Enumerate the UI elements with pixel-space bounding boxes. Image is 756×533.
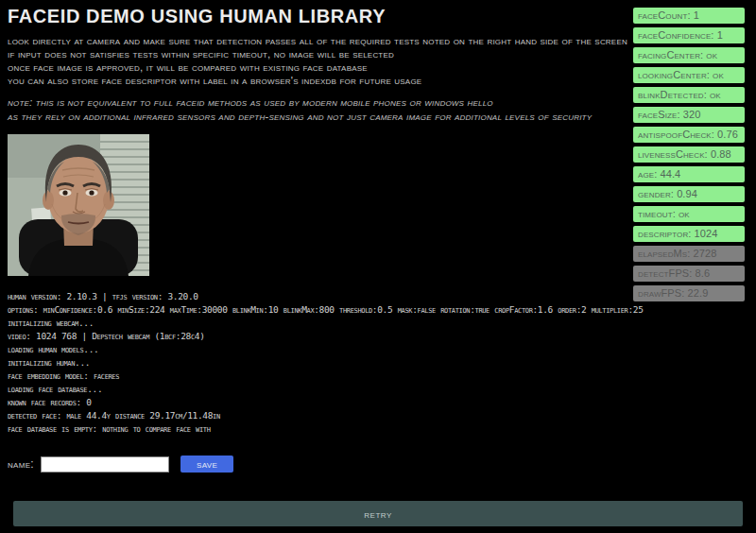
log-line: face embedding model: faceres [8,370,620,383]
page-title: FACEID DEMO USING HUMAN LIBRARY [8,6,620,27]
face-snapshot [8,134,149,276]
status-badge: faceSize: 320 [633,107,745,123]
main-column: FACEID DEMO USING HUMAN LIBRARY look dir… [8,4,620,473]
status-badge: livenessCheck: 0.88 [633,146,745,163]
log-line: initializing human... [8,356,620,370]
status-badge: elapsedMs: 2728 [633,246,745,262]
note-line: as they rely on additional infrared sens… [8,110,620,124]
log-line: loading face database... [8,383,620,396]
log-line: initializing webcam... [8,317,620,330]
log-line: options: minConfidence:0.6 minSize:224 m… [8,303,620,317]
instruction-line: look directly at camera and make sure th… [8,34,620,47]
status-badge: detectFPS: 8.6 [633,266,745,282]
status-badge: lookingCenter: ok [633,67,745,83]
status-panel: faceCount: 1faceConfidence: 1facingCente… [633,8,745,301]
note-line: note: this is not equivalent to full fac… [8,95,620,110]
status-badge: descriptor: 1024 [633,226,745,242]
status-badge: antispoofCheck: 0.76 [633,127,745,143]
status-badge: blinkDetected: ok [633,87,745,103]
name-form: name: save [8,456,620,473]
log-line: loading human models... [8,343,620,356]
status-badge: age: 44.4 [633,166,745,182]
instruction-line: you can also store face descriptor with … [8,74,620,87]
retry-button[interactable]: retry [13,501,743,526]
log-line: human version: 2.10.3 | tfjs version: 3.… [8,290,620,303]
instruction-line: if input does not satisfies tests within… [8,47,620,60]
name-label: name: [8,457,34,471]
log-line: detected face: male 44.4y distance 29.17… [8,409,620,422]
instruction-line: once face image is approved, it will be … [8,60,620,74]
status-log: human version: 2.10.3 | tfjs version: 3.… [8,290,620,436]
log-line: known face records: 0 [8,396,620,409]
log-line: video: 1024 768 | Depstech webcam (1bcf:… [8,330,620,343]
status-badge: facingCenter: ok [633,47,745,63]
status-badge: faceConfidence: 1 [633,27,745,43]
log-line: face database is empty: nothing to compa… [8,422,620,436]
note-block: note: this is not equivalent to full fac… [8,95,620,124]
status-badge: drawFPS: 22.9 [633,285,745,301]
save-button[interactable]: save [180,456,233,473]
name-input[interactable] [41,456,169,473]
faceid-demo-page: { "header": { "title": "FACEID DEMO USIN… [0,0,756,533]
intro-instructions: look directly at camera and make sure th… [8,34,620,87]
status-badge: gender: 0.94 [633,186,745,202]
status-badge: timeout: ok [633,206,745,222]
status-badge: faceCount: 1 [633,8,745,24]
